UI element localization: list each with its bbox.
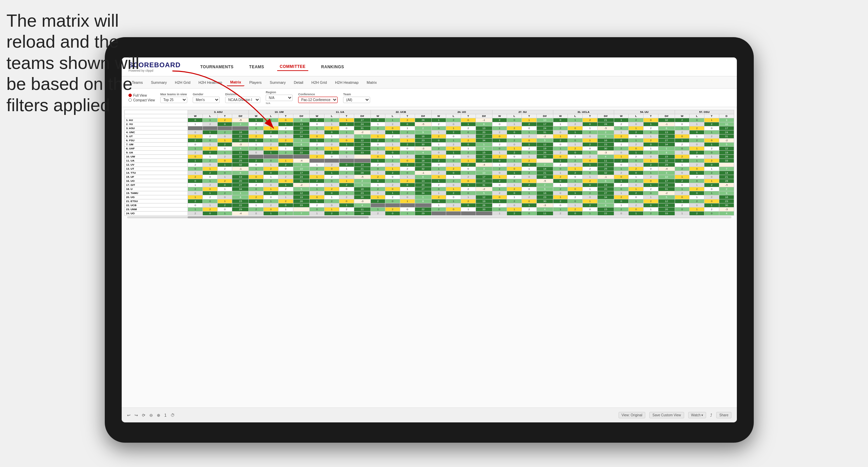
matrix-cell: 1 bbox=[675, 187, 690, 191]
refresh-icon[interactable]: ⟳ bbox=[142, 413, 145, 418]
matrix-cell: 14 bbox=[354, 163, 370, 167]
subnav-h2h-grid2[interactable]: H2H Grid bbox=[308, 79, 330, 86]
team-select[interactable]: (All) bbox=[343, 97, 370, 103]
matrix-cell: 0 bbox=[446, 159, 461, 163]
view-original-btn[interactable]: View: Original bbox=[619, 412, 646, 418]
matrix-cell: 1 bbox=[614, 203, 629, 207]
matrix-cell: 0 bbox=[310, 183, 324, 187]
matrix-cell: 2 bbox=[249, 134, 264, 139]
team-label: 2. VU bbox=[125, 122, 188, 126]
nav-rankings[interactable]: RANKINGS bbox=[318, 63, 347, 71]
matrix-cell: 0 bbox=[675, 183, 690, 187]
matrix-cell: 9 bbox=[415, 130, 431, 134]
matrix-cell: 1 bbox=[492, 151, 507, 155]
view-original-label: View: Original bbox=[622, 413, 643, 417]
reset-icon[interactable]: ⏱ bbox=[171, 413, 175, 418]
matrix-cell: 0 bbox=[310, 207, 324, 212]
gender-select[interactable]: Men's Women's bbox=[193, 97, 220, 103]
matrix-cell: 2 bbox=[339, 147, 354, 151]
matrix-cell: 1 bbox=[232, 191, 249, 195]
matrix-cell: 1 bbox=[644, 147, 658, 151]
subnav-h2h-heatmap2[interactable]: H2H Heatmap bbox=[332, 79, 362, 86]
matrix-cell: 2 bbox=[415, 126, 431, 130]
subnav-summary[interactable]: Summary bbox=[147, 79, 170, 86]
matrix-cell: 1 bbox=[553, 183, 568, 187]
undo-icon[interactable]: ↩ bbox=[127, 413, 130, 418]
share-btn[interactable]: Share bbox=[716, 412, 731, 418]
matrix-cell: 17 bbox=[658, 179, 675, 183]
team-label: 24. UO bbox=[125, 212, 188, 216]
subnav-h2h-heatmap[interactable]: H2H Heatmap bbox=[195, 79, 225, 86]
team-label: 23. UNM bbox=[125, 207, 188, 212]
matrix-cell: 1 bbox=[310, 212, 324, 216]
division-select[interactable]: NCAA Division I NCAA Division II bbox=[225, 97, 260, 103]
nav-tournaments[interactable]: TOURNAMENTS bbox=[197, 63, 236, 71]
matrix-cell: 0 bbox=[217, 171, 232, 175]
subnav-h2h-grid[interactable]: H2H Grid bbox=[171, 79, 194, 86]
matrix-cell: 1 bbox=[629, 199, 644, 203]
zoom-out-icon[interactable]: ⊖ bbox=[149, 413, 153, 418]
matrix-cell: 1 bbox=[614, 143, 629, 147]
share-icon[interactable]: ⤴ bbox=[710, 413, 712, 418]
scroll-thumb[interactable] bbox=[188, 216, 369, 218]
matrix-cell: 1 bbox=[339, 191, 354, 195]
nav-teams[interactable]: TEAMS bbox=[246, 63, 267, 71]
matrix-cell: 2 bbox=[644, 212, 658, 216]
matrix-cell: 0 bbox=[568, 212, 583, 216]
matrix-cell: 1 bbox=[704, 203, 719, 207]
matrix-cell: 0 bbox=[568, 139, 583, 143]
matrix-area[interactable]: 3. ASU 10. UW 11. UA 22. UCB 24. UO 27. … bbox=[122, 107, 737, 408]
matrix-cell: 24 bbox=[293, 175, 310, 179]
subnav-players[interactable]: Players bbox=[246, 79, 265, 86]
matrix-cell: 17 bbox=[476, 175, 492, 179]
matrix-cell: 16 bbox=[415, 134, 431, 139]
matrix-cell: 28 bbox=[415, 118, 431, 122]
matrix-cell: 1 bbox=[203, 130, 218, 134]
matrix-cell: 2 bbox=[400, 143, 415, 147]
watch-btn[interactable]: Watch ▾ bbox=[688, 412, 706, 418]
matrix-cell: 0 bbox=[461, 191, 476, 195]
max-teams-select[interactable]: Top 25 Top 50 All bbox=[160, 97, 187, 103]
subnav-matrix[interactable]: Matrix bbox=[227, 79, 244, 86]
matrix-cell: 1 bbox=[431, 191, 446, 195]
matrix-cell: 1 bbox=[431, 130, 446, 134]
matrix-cell: 2 bbox=[385, 159, 400, 163]
matrix-cell: 2 bbox=[629, 118, 644, 122]
matrix-cell: 30 bbox=[597, 147, 614, 151]
matrix-cell: 0 bbox=[690, 167, 704, 171]
matrix-cell: 2 bbox=[431, 183, 446, 187]
subnav-matrix2[interactable]: Matrix bbox=[363, 79, 380, 86]
matrix-cell: 0 bbox=[339, 199, 354, 203]
matrix-cell: 1 bbox=[583, 126, 598, 130]
table-row: 16. UO012201203120120121312024201-501261… bbox=[125, 179, 734, 183]
matrix-cell: 0 bbox=[690, 191, 704, 195]
region-select[interactable]: N/A East West bbox=[266, 95, 293, 101]
matrix-cell: 1 bbox=[568, 167, 583, 171]
max-teams-filter: Max teams in view Top 25 Top 50 All bbox=[160, 93, 187, 103]
matrix-cell: 1 bbox=[370, 171, 385, 175]
matrix-cell: 1 bbox=[507, 159, 522, 163]
matrix-cell: 0 bbox=[522, 126, 537, 130]
matrix-cell: 2 bbox=[522, 195, 537, 199]
matrix-cell: 2 bbox=[629, 191, 644, 195]
subnav-detail[interactable]: Detail bbox=[290, 79, 307, 86]
col-l-6: L bbox=[507, 114, 522, 118]
matrix-cell: 1 bbox=[400, 199, 415, 203]
matrix-cell: 1 bbox=[629, 126, 644, 130]
subnav-summary2[interactable]: Summary bbox=[266, 79, 289, 86]
matrix-cell: 2 bbox=[492, 155, 507, 159]
matrix-cell: 2 bbox=[553, 175, 568, 179]
save-custom-btn[interactable]: Save Custom View bbox=[649, 412, 684, 418]
matrix-cell: 0 bbox=[217, 147, 232, 151]
zoom-in-icon[interactable]: ⊕ bbox=[157, 413, 160, 418]
nav-committee[interactable]: COMMITTEE bbox=[277, 63, 309, 71]
conference-select[interactable]: Pac-12 Conference (All) ACC Big Ten bbox=[298, 97, 338, 103]
matrix-cell: 2 bbox=[614, 195, 629, 199]
redo-icon[interactable]: ↪ bbox=[135, 413, 138, 418]
matrix-cell bbox=[461, 212, 476, 216]
matrix-cell: 8 bbox=[232, 195, 249, 199]
horizontal-scrollbar[interactable] bbox=[127, 216, 731, 218]
matrix-cell: 1 bbox=[431, 203, 446, 207]
matrix-cell: 19 bbox=[293, 195, 310, 199]
matrix-cell: 27 bbox=[415, 187, 431, 191]
